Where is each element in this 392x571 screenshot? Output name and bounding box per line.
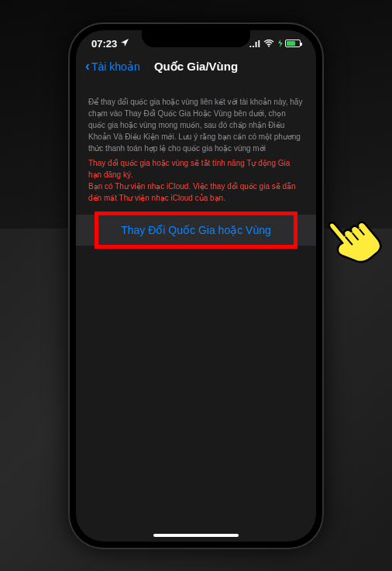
warning-text-autorenew: Thay đổi quốc gia hoặc vùng sẽ tắt tính … xyxy=(88,157,304,181)
svg-point-0 xyxy=(268,45,270,46)
back-button[interactable]: ‹ Tài khoản xyxy=(85,58,140,74)
phone-notch xyxy=(142,30,250,47)
phone-screen: 07:23 ..ıl xyxy=(76,30,316,542)
battery-icon xyxy=(277,40,301,47)
home-indicator[interactable] xyxy=(153,534,239,537)
info-text: Để thay đổi quốc gia hoặc vùng liên kết … xyxy=(88,96,304,154)
wifi-icon xyxy=(263,38,274,50)
chevron-left-icon: ‹ xyxy=(85,58,90,74)
status-time: 07:23 xyxy=(91,38,117,50)
action-section: Thay Đổi Quốc Gia hoặc Vùng xyxy=(76,215,316,246)
warning-text-icloud: Bạn có Thư viện nhạc iCloud. Việc thay đ… xyxy=(88,181,304,204)
navigation-bar: ‹ Tài khoản Quốc Gia/Vùng xyxy=(76,51,316,82)
pointing-hand-icon xyxy=(320,203,386,273)
signal-strength-icon: ..ıl xyxy=(249,38,260,50)
location-services-icon xyxy=(120,38,129,50)
phone-frame: 07:23 ..ıl xyxy=(68,22,324,549)
content-area: Để thay đổi quốc gia hoặc vùng liên kết … xyxy=(76,82,316,246)
back-label: Tài khoản xyxy=(91,60,140,73)
page-title: Quốc Gia/Vùng xyxy=(154,60,238,74)
change-country-button[interactable]: Thay Đổi Quốc Gia hoặc Vùng xyxy=(76,215,316,246)
